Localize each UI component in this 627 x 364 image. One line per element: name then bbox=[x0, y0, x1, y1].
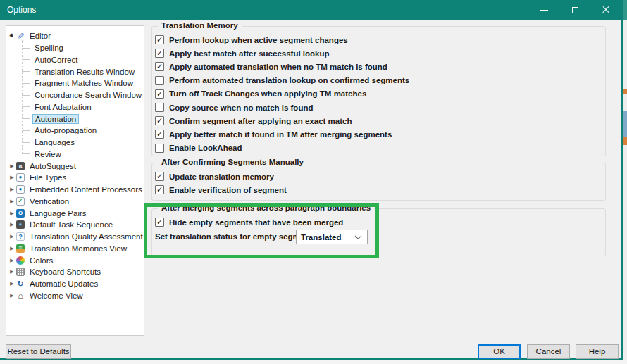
sidebar-item-automation[interactable]: Automation bbox=[6, 113, 144, 125]
sidebar-item-automatic-updates[interactable]: ▶Automatic Updates bbox=[6, 278, 144, 290]
checkbox[interactable] bbox=[155, 76, 164, 85]
help-button[interactable]: Help bbox=[576, 344, 619, 359]
sidebar-item-embedded-content-processors[interactable]: ▶Embedded Content Processors bbox=[6, 184, 144, 196]
sidebar-tree: ▶EditorSpellingAutoCorrectTranslation Re… bbox=[6, 26, 144, 301]
sidebar-item-editor[interactable]: ▶Editor bbox=[6, 30, 144, 42]
sidebar-item-fragment-matches-window[interactable]: Fragment Matches Window bbox=[6, 77, 144, 89]
sidebar-item-label: Default Task Sequence bbox=[27, 220, 115, 229]
checkbox[interactable]: ✓ bbox=[155, 49, 164, 58]
maximize-icon bbox=[572, 7, 578, 13]
sidebar-item-label: AutoSuggest bbox=[27, 162, 78, 170]
file-types-icon bbox=[16, 173, 25, 182]
tree-expander-icon[interactable]: ▶ bbox=[8, 234, 16, 239]
sidebar-item-autosuggest[interactable]: ▶AutoSuggest bbox=[6, 160, 144, 172]
background-blue-strip bbox=[623, 111, 627, 137]
ok-button[interactable]: OK bbox=[478, 344, 521, 359]
tm-view-icon bbox=[16, 244, 25, 253]
sidebar-item-label: Fragment Matches Window bbox=[32, 79, 135, 87]
sidebar-item-keyboard-shortcuts[interactable]: ▶Keyboard Shortcuts bbox=[6, 266, 144, 278]
tree-expander-icon[interactable]: ▶ bbox=[8, 211, 16, 216]
sidebar-item-label: Translation Results Window bbox=[32, 68, 137, 76]
sidebar-item-autocorrect[interactable]: AutoCorrect bbox=[6, 54, 144, 66]
cancel-button[interactable]: Cancel bbox=[527, 344, 570, 359]
group-translation-memory: Translation Memory ✓Perform lookup when … bbox=[151, 26, 606, 156]
checkbox[interactable]: ✓ bbox=[155, 130, 164, 139]
reset-to-defaults-button[interactable]: Reset to Defaults bbox=[6, 344, 71, 359]
sidebar-item-colors[interactable]: ▶Colors bbox=[6, 254, 144, 266]
checkbox-label: Turn off Track Changes when applying TM … bbox=[169, 89, 366, 98]
checkbox-label: Update translation memory bbox=[169, 172, 274, 181]
translation-status-select[interactable]: Translated bbox=[296, 230, 368, 244]
screen: Options ▶EditorSpellingAutoCorrectTransl… bbox=[0, 0, 627, 364]
checkbox[interactable]: ✓ bbox=[155, 62, 164, 71]
select-value: Translated bbox=[297, 233, 342, 241]
sidebar-item-verification[interactable]: ▶Verification bbox=[6, 196, 144, 208]
background-orange-strip bbox=[623, 137, 627, 145]
tree-expander-icon[interactable]: ▶ bbox=[8, 246, 16, 251]
checkbox-label: Perform automated translation lookup on … bbox=[169, 76, 409, 84]
checkbox-list: ✓Update translation memory✓Enable verifi… bbox=[152, 170, 605, 196]
sidebar-item-label: Auto-propagation bbox=[32, 126, 99, 134]
sidebar-item-label: Welcome View bbox=[27, 291, 85, 300]
verification-icon bbox=[16, 197, 25, 206]
sidebar-item-language-pairs[interactable]: ▶Language Pairs bbox=[6, 207, 144, 219]
sidebar-item-label: Languages bbox=[32, 138, 77, 146]
dialog-titlebar: Options bbox=[0, 0, 621, 20]
close-button[interactable] bbox=[590, 0, 621, 20]
tree-expander-icon[interactable]: ▶ bbox=[8, 163, 16, 169]
checkbox[interactable] bbox=[155, 103, 164, 112]
quality-assessment-icon bbox=[16, 232, 25, 241]
checkbox-label: Apply best match after successful lookup bbox=[169, 49, 330, 58]
sidebar-item-concordance-search-window[interactable]: Concordance Search Window bbox=[6, 89, 144, 101]
checkbox[interactable]: ✓ bbox=[155, 89, 164, 99]
group-title: Translation Memory bbox=[158, 21, 242, 30]
maximize-button[interactable] bbox=[559, 0, 590, 20]
tree-expander-icon[interactable]: ▶ bbox=[8, 187, 16, 192]
task-sequence-icon bbox=[16, 220, 25, 229]
tree-expander-icon[interactable]: ▶ bbox=[8, 199, 16, 204]
tree-expander-icon[interactable]: ▶ bbox=[8, 293, 16, 299]
sidebar-item-label: Embedded Content Processors bbox=[27, 185, 144, 194]
sidebar-item-file-types[interactable]: ▶File Types bbox=[6, 172, 144, 184]
tree-expander-icon[interactable]: ▶ bbox=[8, 222, 16, 227]
group-after-confirming-segments: After Confirming Segments Manually ✓Upda… bbox=[151, 163, 606, 201]
tree-expander-icon[interactable]: ▶ bbox=[8, 258, 16, 263]
tree-expander-icon[interactable]: ▶ bbox=[8, 175, 16, 180]
sidebar-item-translation-memories-view[interactable]: ▶Translation Memories View bbox=[6, 243, 144, 255]
checkbox[interactable]: ✓ bbox=[155, 185, 164, 194]
checkbox-row: ✓Enable verification of segment bbox=[155, 183, 605, 196]
sidebar-item-review[interactable]: Review bbox=[6, 149, 144, 161]
sidebar-item-translation-quality-assessment[interactable]: ▶Translation Quality Assessment bbox=[6, 231, 144, 243]
group-title: After Confirming Segments Manually bbox=[158, 158, 307, 166]
sidebar-item-label: Automation bbox=[32, 114, 79, 124]
sidebar-item-font-adaptation[interactable]: Font Adaptation bbox=[6, 101, 144, 113]
autosuggest-icon bbox=[16, 162, 25, 170]
close-icon bbox=[602, 6, 610, 14]
updates-icon bbox=[16, 280, 25, 288]
background-app-sliver bbox=[623, 0, 627, 360]
background-bottom-strip bbox=[0, 361, 627, 364]
sidebar-item-label: Automatic Updates bbox=[27, 280, 100, 288]
checkbox[interactable]: ✓ bbox=[155, 218, 164, 227]
sidebar-item-auto-propagation[interactable]: Auto-propagation bbox=[6, 125, 144, 137]
background-titlebar-strip bbox=[623, 0, 627, 20]
sidebar-item-spelling[interactable]: Spelling bbox=[6, 42, 144, 54]
checkbox[interactable] bbox=[155, 144, 164, 153]
background-orange-strip bbox=[623, 89, 627, 94]
sidebar-item-label: Colors bbox=[27, 256, 55, 265]
checkbox-label: Apply better match if found in TM after … bbox=[169, 130, 392, 139]
checkbox[interactable]: ✓ bbox=[155, 116, 164, 125]
checkbox[interactable]: ✓ bbox=[155, 35, 164, 44]
tree-expander-icon[interactable]: ▶ bbox=[8, 281, 16, 287]
sidebar-item-translation-results-window[interactable]: Translation Results Window bbox=[6, 65, 144, 77]
sidebar-item-languages[interactable]: Languages bbox=[6, 137, 144, 149]
checkbox-list: ✓Perform lookup when active segment chan… bbox=[152, 33, 605, 155]
sidebar-item-label: Language Pairs bbox=[27, 209, 89, 218]
sidebar-item-welcome-view[interactable]: ▶Welcome View bbox=[6, 290, 144, 302]
sidebar-item-default-task-sequence[interactable]: ▶Default Task Sequence bbox=[6, 219, 144, 231]
dialog-title: Options bbox=[7, 5, 36, 15]
tree-expander-icon[interactable]: ▶ bbox=[8, 269, 16, 275]
minimize-button[interactable] bbox=[528, 0, 559, 20]
checkbox[interactable]: ✓ bbox=[155, 172, 164, 181]
group-title: After merging segments across paragraph … bbox=[158, 203, 374, 212]
